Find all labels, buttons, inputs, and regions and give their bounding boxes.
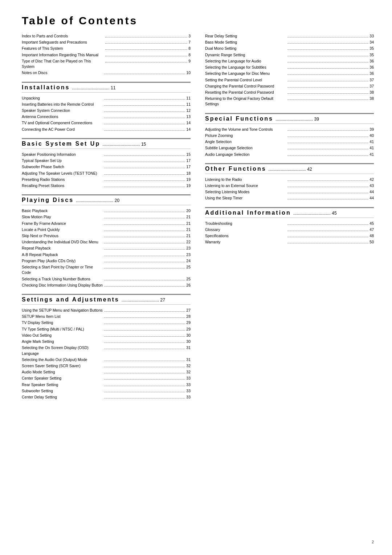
page-num: 32 [186, 363, 191, 369]
page-num: 24 [186, 258, 191, 264]
page-num: 38 [369, 90, 374, 95]
toc-entry: Angle Mark Setting30 [22, 339, 191, 344]
toc-entry: Selecting the Language for Subtitles36 [205, 65, 374, 70]
toc-entry: SETUP Menu Item List28 [22, 314, 191, 319]
entry-dots [104, 174, 185, 175]
entry-text: Listening to an External Source [205, 183, 286, 189]
page-num: 39 [369, 127, 374, 132]
page-num: 27 [186, 308, 191, 313]
entry-dots [287, 143, 369, 143]
entry-dots [287, 155, 369, 156]
entry-text: Changing the Parental Control Password [205, 84, 286, 89]
entry-text: TV and Optional Component Connections [22, 120, 103, 126]
section-header: Settings and Adjustments................… [22, 294, 191, 305]
entry-text: Selecting the Language for Disc Menu [205, 71, 286, 76]
page-num: 33 [186, 382, 191, 388]
toc-entry: Bass Mode Setting34 [205, 40, 374, 45]
page-num: 8 [188, 52, 191, 58]
page-num: 33 [369, 33, 374, 39]
page-num: 36 [369, 58, 374, 64]
page-num: 33 [186, 388, 191, 394]
entry-text: Frame By Frame Advance [22, 221, 103, 226]
entry-dots [104, 181, 185, 181]
toc-entry: Selecting the Language for Disc Menu36 [205, 71, 374, 76]
page-num: 21 [186, 221, 191, 226]
entry-text: Selecting the On Screen Display (OSD) La… [22, 345, 103, 356]
entry-text: Connecting the AC Power Cord [22, 127, 103, 132]
toc-entry: Selecting the Audio Out (Output) Mode31 [22, 357, 191, 362]
toc-entry: Video Out Setting30 [22, 333, 191, 338]
entry-text: Adjusting the Volume and Tone Controls [205, 127, 286, 132]
entry-text: Understanding the Individual DVD Disc Me… [22, 239, 103, 245]
entry-text: Subwoofer Setting [22, 388, 103, 394]
toc-entry: Audio Language Selection41 [205, 152, 374, 157]
page-num: 14 [186, 120, 191, 126]
entry-text: Resetting the Parental Control Password [205, 90, 286, 95]
entry-dots [104, 317, 185, 318]
entry-dots [104, 373, 185, 373]
section-num: ............................... 42 [269, 167, 312, 172]
page-num: 38 [369, 96, 374, 101]
entry-dots [104, 218, 185, 218]
toc-entry: Glossary47 [205, 227, 374, 232]
toc-entry: Rear Speaker Setting33 [22, 382, 191, 388]
entry-text: TV Type Setting (Multi / NTSC / PAL) [22, 327, 103, 332]
page-num: 11 [186, 102, 191, 107]
entry-text: Program Play (Audio CDs Only) [22, 258, 103, 264]
toc-entry: Listening to the Radio42 [205, 177, 374, 182]
page-num: 30 [186, 339, 191, 344]
toc-entry: Setting the Parental Control Level37 [205, 77, 374, 83]
entry-dots [104, 379, 185, 380]
toc-entry: Antenna Connections13 [22, 114, 191, 119]
toc-entry: Selecting a Start Point by Chapter or Ti… [22, 264, 191, 275]
toc-entry: Notes on Discs10 [22, 70, 191, 76]
toc-entry: Center Delay Setting33 [22, 394, 191, 400]
toc-entry: Using the SETUP Menu and Navigation Butt… [22, 308, 191, 313]
page-num: 26 [186, 283, 191, 288]
page-num: 3 [188, 33, 191, 39]
section-header: Basic System Set Up.....................… [22, 138, 191, 149]
entry-dots [287, 100, 369, 100]
page-num: 42 [369, 177, 374, 182]
toc-entry: Inserting Batteries into the Remote Cont… [22, 102, 191, 107]
entry-text: Skip Next or Previous [22, 233, 103, 239]
entry-dots [287, 43, 369, 44]
entry-dots [287, 130, 369, 131]
entry-text: Important Information Regarding This Man… [22, 52, 104, 58]
toc-entry: Specifications48 [205, 233, 374, 239]
section-header: Other Functions.........................… [205, 163, 374, 174]
toc-entry: Recalling Preset Stations19 [22, 183, 191, 189]
page-num: 33 [186, 394, 191, 400]
page-num: 19 [186, 177, 191, 182]
entry-dots [287, 181, 369, 181]
toc-entry: Audio Mode Setting32 [22, 369, 191, 375]
entry-dots [287, 49, 369, 50]
entry-text: Features of This System [22, 46, 104, 51]
entry-dots [287, 68, 369, 69]
page-num: 31 [186, 357, 191, 362]
entry-dots [104, 168, 185, 168]
entry-dots [287, 93, 369, 94]
toc-entry: A-B Repeat Playback23 [22, 252, 191, 258]
entry-dots [104, 286, 185, 287]
page-num: 50 [369, 239, 374, 245]
page-num: 21 [186, 233, 191, 239]
entry-text: Speaker Positioning Information [22, 152, 103, 157]
section-num: ............................... 11 [72, 85, 115, 90]
page-num: 48 [369, 233, 374, 239]
page-num: 25 [186, 264, 191, 270]
left-top-entries: Index to Parts and Controls3Important Sa… [22, 33, 191, 76]
entry-text: Type of Disc That Can be Played on This … [22, 58, 104, 69]
entry-text: Audio Language Selection [205, 152, 286, 157]
entry-dots [287, 149, 369, 149]
entry-text: Returning to the Original Factory Defaul… [205, 96, 286, 107]
page-num: 29 [186, 327, 191, 332]
entry-text: Angle Selection [205, 139, 286, 145]
entry-text: Important Safeguards and Precautions [22, 40, 104, 45]
entry-dots [287, 193, 369, 193]
section-num: ............................... 15 [102, 142, 146, 147]
entry-dots [104, 392, 185, 392]
page-num: 25 [186, 276, 191, 282]
entry-text: Selecting a Track Using Number Buttons [22, 276, 103, 282]
entry-dots [104, 162, 185, 162]
